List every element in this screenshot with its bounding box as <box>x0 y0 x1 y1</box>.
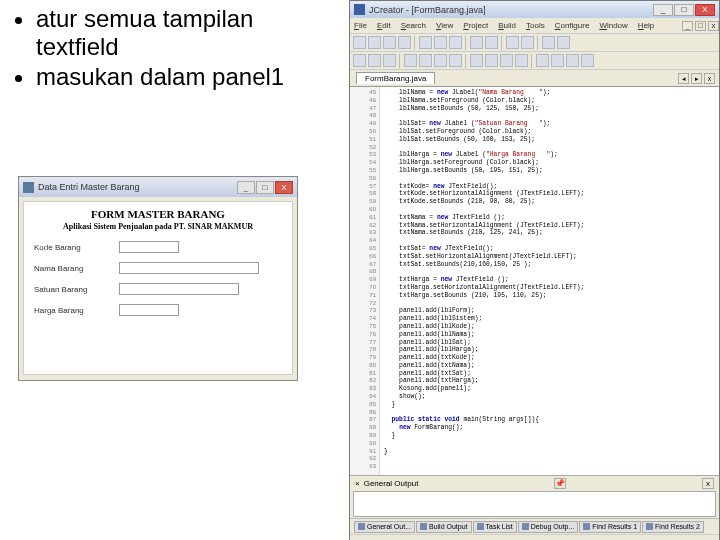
menu-configure[interactable]: Configure <box>555 21 590 30</box>
tb2-h-icon[interactable] <box>470 54 483 67</box>
menu-project[interactable]: Project <box>463 21 488 30</box>
form-body: FORM MASTER BARANG Aplikasi Sistem Penju… <box>23 201 293 375</box>
ide-titlebar[interactable]: JCreator - [FormBarang.java] _ □ X <box>350 1 719 18</box>
tb2-k-icon[interactable] <box>515 54 528 67</box>
tb2-d-icon[interactable] <box>404 54 417 67</box>
menu-edit[interactable]: Edit <box>377 21 391 30</box>
tb2-n-icon[interactable] <box>566 54 579 67</box>
redo-icon[interactable] <box>485 36 498 49</box>
menu-tools[interactable]: Tools <box>526 21 545 30</box>
ide-toolbar-2 <box>350 52 719 70</box>
ide-menubar: File Edit Search View Project Build Tool… <box>350 18 719 34</box>
bottom-tabs: General Out... Build Output Task List De… <box>350 518 719 534</box>
menu-file[interactable]: File <box>354 21 367 30</box>
form-close-button[interactable]: X <box>275 181 293 194</box>
form-row-kode: Kode Barang <box>34 241 282 253</box>
bottab-general[interactable]: General Out... <box>354 521 415 533</box>
slide-bullet-area: atur semua tampilan textfield masukan da… <box>10 5 330 94</box>
tb2-g-icon[interactable] <box>449 54 462 67</box>
bullet-1: atur semua tampilan textfield <box>36 5 330 60</box>
tb2-m-icon[interactable] <box>551 54 564 67</box>
tb2-o-icon[interactable] <box>581 54 594 67</box>
compile-icon[interactable] <box>542 36 555 49</box>
pin-icon[interactable]: 📌 <box>554 478 566 489</box>
cut-icon[interactable] <box>419 36 432 49</box>
mdi-restore-button[interactable]: □ <box>695 21 706 31</box>
bottab-find2[interactable]: Find Results 2 <box>642 521 704 533</box>
mdi-min-button[interactable]: _ <box>682 21 693 31</box>
ide-app-icon <box>354 4 365 15</box>
form-row-satuan: Satuan Barang <box>34 283 282 295</box>
tb2-c-icon[interactable] <box>383 54 396 67</box>
run-icon[interactable] <box>557 36 570 49</box>
paste-icon[interactable] <box>449 36 462 49</box>
bottab-build[interactable]: Build Output <box>416 521 472 533</box>
label-kode: Kode Barang <box>34 243 119 252</box>
form-max-button[interactable]: □ <box>256 181 274 194</box>
menu-view[interactable]: View <box>436 21 453 30</box>
findfiles-icon[interactable] <box>521 36 534 49</box>
ide-title: JCreator - [FormBarang.java] <box>369 5 486 15</box>
bottab-task-icon <box>477 523 484 530</box>
close-panel-icon[interactable]: × <box>355 479 360 488</box>
tab-close-icon[interactable]: x <box>704 73 715 84</box>
ide-max-button[interactable]: □ <box>674 4 694 16</box>
tb2-j-icon[interactable] <box>500 54 513 67</box>
open-icon[interactable] <box>368 36 381 49</box>
menu-window[interactable]: Window <box>599 21 627 30</box>
tb2-l-icon[interactable] <box>536 54 549 67</box>
tb2-a-icon[interactable] <box>353 54 366 67</box>
ide-window: JCreator - [FormBarang.java] _ □ X File … <box>349 0 720 540</box>
menu-build[interactable]: Build <box>498 21 516 30</box>
panel-x-icon[interactable]: x <box>702 478 714 489</box>
bottab-find1[interactable]: Find Results 1 <box>579 521 641 533</box>
bottab-build-icon <box>420 523 427 530</box>
saveall-icon[interactable] <box>398 36 411 49</box>
ide-editor[interactable]: 4546474849505152535455565758596061626364… <box>350 87 719 475</box>
label-nama: Nama Barang <box>34 264 119 273</box>
label-satuan: Satuan Barang <box>34 285 119 294</box>
ide-close-button[interactable]: X <box>695 4 715 16</box>
form-header: FORM MASTER BARANG <box>34 208 282 220</box>
undo-icon[interactable] <box>470 36 483 49</box>
ide-statusbar: Executes the active file Ln 1 Col 1 Char… <box>350 534 719 540</box>
input-kode[interactable] <box>119 241 179 253</box>
form-row-harga: Harga Barang <box>34 304 282 316</box>
menu-help[interactable]: Help <box>638 21 654 30</box>
code-area[interactable]: lblNama = new JLabel("Nama Barang "); lb… <box>380 87 719 475</box>
form-icon <box>23 182 34 193</box>
find-icon[interactable] <box>506 36 519 49</box>
bottab-general-icon <box>358 523 365 530</box>
tab-next-icon[interactable]: ▸ <box>691 73 702 84</box>
form-titlebar[interactable]: Data Entri Master Barang _ □ X <box>19 177 297 197</box>
form-min-button[interactable]: _ <box>237 181 255 194</box>
bottab-find1-icon <box>583 523 590 530</box>
java-form-window: Data Entri Master Barang _ □ X FORM MAST… <box>18 176 298 381</box>
input-satuan[interactable] <box>119 283 239 295</box>
input-harga[interactable] <box>119 304 179 316</box>
bottab-debug-icon <box>522 523 529 530</box>
mdi-close-button[interactable]: x <box>708 21 719 31</box>
bottab-find2-icon <box>646 523 653 530</box>
save-icon[interactable] <box>383 36 396 49</box>
new-icon[interactable] <box>353 36 366 49</box>
tb2-e-icon[interactable] <box>419 54 432 67</box>
bottab-task[interactable]: Task List <box>473 521 517 533</box>
form-title: Data Entri Master Barang <box>38 182 140 192</box>
tb2-f-icon[interactable] <box>434 54 447 67</box>
input-nama[interactable] <box>119 262 259 274</box>
general-output-label: General Output <box>364 479 419 488</box>
tb2-i-icon[interactable] <box>485 54 498 67</box>
ide-min-button[interactable]: _ <box>653 4 673 16</box>
editor-tab-active[interactable]: FormBarang.java <box>356 72 435 84</box>
general-output-header[interactable]: × General Output 📌 x <box>350 475 719 490</box>
tab-prev-icon[interactable]: ◂ <box>678 73 689 84</box>
bullet-2: masukan dalam panel1 <box>36 63 330 91</box>
bottab-debug[interactable]: Debug Outp... <box>518 521 579 533</box>
menu-search[interactable]: Search <box>401 21 426 30</box>
ide-toolbar-1 <box>350 34 719 52</box>
form-subheader: Aplikasi Sistem Penjualan pada PT. SINAR… <box>34 222 282 231</box>
output-pane[interactable] <box>353 491 716 517</box>
tb2-b-icon[interactable] <box>368 54 381 67</box>
copy-icon[interactable] <box>434 36 447 49</box>
